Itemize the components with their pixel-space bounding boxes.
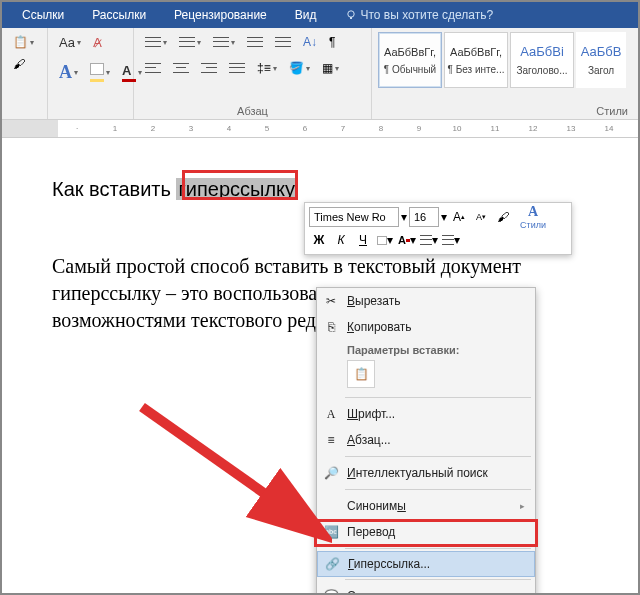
align-left-button[interactable] [140, 58, 166, 78]
lightbulb-icon [345, 9, 357, 21]
ctx-label: Вырезать [347, 294, 400, 308]
sort-button[interactable]: A↓ [298, 32, 322, 52]
pilcrow-icon: ¶ [329, 35, 335, 49]
styles-label: Стили [372, 105, 638, 117]
document-heading[interactable]: Как вставить гиперссылку [52, 178, 588, 201]
style-heading1[interactable]: АаБбВі Заголово... [510, 32, 574, 88]
style-nospace[interactable]: АаБбВвГг, ¶ Без инте... [444, 32, 508, 88]
multilevel-button[interactable]: ▾ [208, 32, 240, 52]
ctx-label: Синонимы [347, 499, 406, 513]
ctx-font[interactable]: A Шрифт... [317, 401, 535, 427]
separator [345, 548, 531, 549]
bullets-button[interactable]: ▾ [419, 230, 439, 250]
svg-point-0 [347, 11, 353, 17]
show-marks-button[interactable]: ¶ [324, 32, 340, 52]
case-button[interactable]: Aa▾ [54, 32, 86, 53]
align-right-button[interactable] [196, 58, 222, 78]
dropdown-icon[interactable]: ▾ [441, 210, 447, 224]
italic-button[interactable]: К [331, 230, 351, 250]
ctx-translate[interactable]: 🔤 Перевод [317, 519, 535, 545]
tell-me-label: Что вы хотите сделать? [361, 8, 494, 22]
selected-word[interactable]: гиперссылку [176, 178, 297, 200]
clear-format-button[interactable]: A̷ [88, 32, 107, 53]
line-spacing-button[interactable]: ‡≡▾ [252, 58, 282, 78]
numbering-icon [179, 35, 195, 49]
multilevel-icon [213, 35, 229, 49]
ctx-synonyms[interactable]: Синонимы ▸ [317, 493, 535, 519]
tab-references[interactable]: Ссылки [8, 2, 78, 28]
format-painter-button[interactable]: 🖌 [493, 207, 513, 227]
align-center-icon [173, 61, 189, 75]
font-color-button[interactable]: A▾ [54, 59, 83, 86]
highlight-button[interactable]: ▾ [375, 230, 395, 250]
font-size-input[interactable] [409, 207, 439, 227]
paste-button[interactable]: 📋▾ [8, 32, 39, 52]
styles-button[interactable]: A Стили [515, 207, 551, 227]
shading-button[interactable]: 🪣▾ [284, 58, 315, 78]
indent-inc-button[interactable] [270, 32, 296, 52]
style-name: Загол [588, 65, 614, 76]
styles-icon: A [528, 204, 538, 220]
borders-button[interactable]: ▦▾ [317, 58, 344, 78]
numbering-button[interactable]: ▾ [174, 32, 206, 52]
copy-icon: ⎘ [323, 319, 339, 335]
ctx-copy[interactable]: ⎘ Копировать [317, 314, 535, 340]
sort-icon: A↓ [303, 35, 317, 49]
align-right-icon [201, 61, 217, 75]
mini-toolbar: ▾ ▾ A▴ A▾ 🖌 A Стили Ж К Ч ▾ A▾ ▾ ▾ [304, 202, 572, 255]
ctx-cut[interactable]: ✂ Вырезать [317, 288, 535, 314]
highlight-icon [90, 63, 104, 82]
separator [345, 579, 531, 580]
brush-icon: 🖌 [497, 210, 509, 224]
style-normal[interactable]: АаБбВвГг, ¶ Обычный [378, 32, 442, 88]
style-name: Заголово... [517, 65, 568, 76]
ctx-hyperlink[interactable]: 🔗 Гиперссылка... [317, 551, 535, 577]
format-painter-button[interactable]: 🖌 [8, 54, 30, 74]
ctx-label: Создать примечание [347, 589, 463, 595]
clipboard-icon: 📋 [13, 35, 28, 49]
horizontal-ruler[interactable]: ·1234567891011121314 [2, 120, 638, 138]
scissors-icon: ✂ [323, 293, 339, 309]
clipboard-icon: 📋 [354, 367, 369, 381]
indent-dec-button[interactable] [242, 32, 268, 52]
numbering-button[interactable]: ▾ [441, 230, 461, 250]
align-left-icon [145, 61, 161, 75]
styles-group: АаБбВвГг, ¶ Обычный АаБбВвГг, ¶ Без инте… [372, 28, 638, 119]
tell-me-search[interactable]: Что вы хотите сделать? [331, 2, 508, 28]
bold-button[interactable]: Ж [309, 230, 329, 250]
outdent-icon [247, 35, 263, 49]
ctx-paragraph[interactable]: ≡ Абзац... [317, 427, 535, 453]
style-heading2[interactable]: АаБбВ Загол [576, 32, 626, 88]
highlight-button[interactable]: ▾ [85, 59, 115, 86]
align-center-button[interactable] [168, 58, 194, 78]
search-icon: 🔎 [323, 465, 339, 481]
ctx-paste-options: 📋 [317, 358, 535, 394]
style-name: ¶ Обычный [384, 64, 436, 75]
ctx-smart-lookup[interactable]: 🔎 Интеллектуальный поиск [317, 460, 535, 486]
separator [345, 489, 531, 490]
title-text: Как вставить [52, 178, 176, 200]
tab-mailings[interactable]: Рассылки [78, 2, 160, 28]
style-preview: АаБбВвГг, [450, 46, 502, 58]
font-color-button[interactable]: A▾ [397, 230, 417, 250]
paste-option-default[interactable]: 📋 [347, 360, 375, 388]
shrink-font-button[interactable]: A▾ [471, 207, 491, 227]
grow-font-button[interactable]: A▴ [449, 207, 469, 227]
ribbon-tabs: Ссылки Рассылки Рецензирование Вид Что в… [2, 2, 638, 28]
font-icon: A [323, 406, 339, 422]
ctx-comment[interactable]: 💬 Создать примечание [317, 583, 535, 595]
ctx-label: Копировать [347, 320, 412, 334]
spacing-icon: ‡≡ [257, 61, 271, 75]
svg-rect-1 [350, 17, 352, 19]
bullets-button[interactable]: ▾ [140, 32, 172, 52]
paragraph-group: ▾ ▾ ▾ A↓ ¶ ‡≡▾ 🪣▾ ▦▾ Абзац [134, 28, 372, 119]
tab-view[interactable]: Вид [281, 2, 331, 28]
tab-review[interactable]: Рецензирование [160, 2, 281, 28]
ctx-label: Перевод [347, 525, 395, 539]
justify-button[interactable] [224, 58, 250, 78]
underline-button[interactable]: Ч [353, 230, 373, 250]
dropdown-icon[interactable]: ▾ [401, 210, 407, 224]
context-menu: ✂ Вырезать ⎘ Копировать Параметры вставк… [316, 287, 536, 595]
paragraph-label: Абзац [134, 105, 371, 117]
font-family-input[interactable] [309, 207, 399, 227]
